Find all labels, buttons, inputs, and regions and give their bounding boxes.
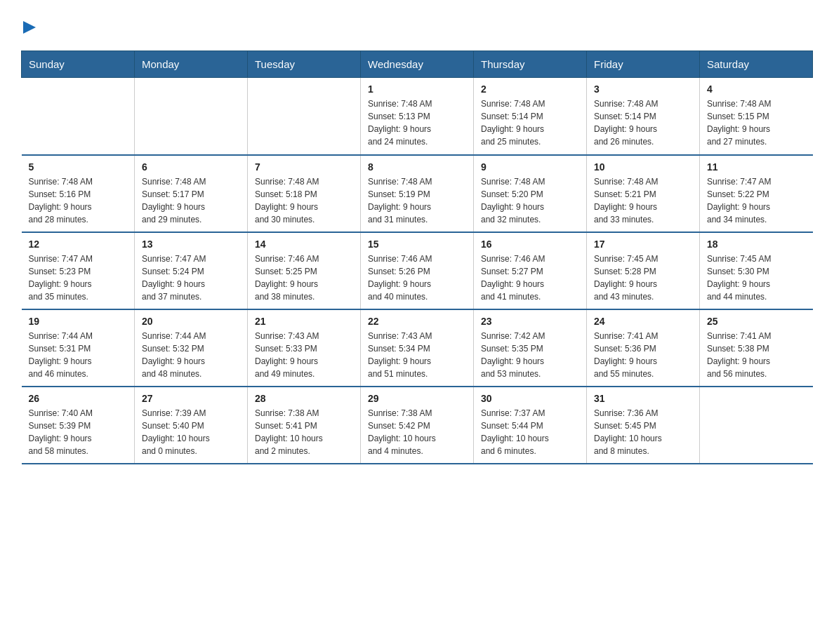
calendar-cell: 16Sunrise: 7:46 AM Sunset: 5:27 PM Dayli… bbox=[474, 232, 587, 309]
calendar-cell: 10Sunrise: 7:48 AM Sunset: 5:21 PM Dayli… bbox=[587, 155, 700, 232]
day-number: 6 bbox=[142, 161, 240, 173]
day-number: 28 bbox=[255, 393, 353, 404]
calendar-cell: 1Sunrise: 7:48 AM Sunset: 5:13 PM Daylig… bbox=[361, 78, 474, 155]
header-cell-sunday: Sunday bbox=[22, 51, 135, 78]
day-number: 8 bbox=[368, 161, 466, 173]
calendar-cell: 3Sunrise: 7:48 AM Sunset: 5:14 PM Daylig… bbox=[587, 78, 700, 155]
day-info: Sunrise: 7:48 AM Sunset: 5:14 PM Dayligh… bbox=[594, 98, 692, 148]
day-number: 26 bbox=[29, 393, 128, 404]
day-info: Sunrise: 7:41 AM Sunset: 5:36 PM Dayligh… bbox=[594, 330, 692, 380]
header-cell-friday: Friday bbox=[587, 51, 700, 78]
day-number: 1 bbox=[368, 83, 466, 95]
logo-arrow-icon bbox=[23, 21, 36, 34]
day-info: Sunrise: 7:47 AM Sunset: 5:24 PM Dayligh… bbox=[142, 253, 240, 303]
day-number: 25 bbox=[707, 316, 806, 327]
calendar-cell: 19Sunrise: 7:44 AM Sunset: 5:31 PM Dayli… bbox=[22, 309, 135, 387]
calendar-cell: 17Sunrise: 7:45 AM Sunset: 5:28 PM Dayli… bbox=[587, 232, 700, 309]
day-info: Sunrise: 7:45 AM Sunset: 5:30 PM Dayligh… bbox=[707, 253, 806, 303]
day-number: 17 bbox=[594, 239, 692, 250]
calendar-cell bbox=[248, 78, 361, 155]
calendar-cell: 24Sunrise: 7:41 AM Sunset: 5:36 PM Dayli… bbox=[587, 309, 700, 387]
day-number: 14 bbox=[255, 239, 353, 250]
calendar-cell: 9Sunrise: 7:48 AM Sunset: 5:20 PM Daylig… bbox=[474, 155, 587, 232]
day-info: Sunrise: 7:43 AM Sunset: 5:33 PM Dayligh… bbox=[255, 330, 353, 380]
day-number: 5 bbox=[29, 161, 128, 173]
calendar-cell: 15Sunrise: 7:46 AM Sunset: 5:26 PM Dayli… bbox=[361, 232, 474, 309]
day-number: 2 bbox=[481, 83, 579, 95]
calendar-cell: 6Sunrise: 7:48 AM Sunset: 5:17 PM Daylig… bbox=[135, 155, 248, 232]
calendar-table: SundayMondayTuesdayWednesdayThursdayFrid… bbox=[21, 51, 813, 464]
calendar-cell: 5Sunrise: 7:48 AM Sunset: 5:16 PM Daylig… bbox=[22, 155, 135, 232]
day-info: Sunrise: 7:48 AM Sunset: 5:16 PM Dayligh… bbox=[29, 175, 128, 226]
day-number: 16 bbox=[481, 239, 579, 250]
day-info: Sunrise: 7:44 AM Sunset: 5:32 PM Dayligh… bbox=[142, 330, 240, 380]
day-number: 15 bbox=[368, 239, 466, 250]
day-info: Sunrise: 7:48 AM Sunset: 5:20 PM Dayligh… bbox=[481, 175, 579, 226]
calendar-cell: 8Sunrise: 7:48 AM Sunset: 5:19 PM Daylig… bbox=[361, 155, 474, 232]
day-info: Sunrise: 7:46 AM Sunset: 5:25 PM Dayligh… bbox=[255, 253, 353, 303]
calendar-cell: 11Sunrise: 7:47 AM Sunset: 5:22 PM Dayli… bbox=[700, 155, 813, 232]
day-info: Sunrise: 7:44 AM Sunset: 5:31 PM Dayligh… bbox=[29, 330, 128, 380]
day-info: Sunrise: 7:46 AM Sunset: 5:27 PM Dayligh… bbox=[481, 253, 579, 303]
calendar-week-row: 5Sunrise: 7:48 AM Sunset: 5:16 PM Daylig… bbox=[22, 155, 813, 232]
calendar-cell: 18Sunrise: 7:45 AM Sunset: 5:30 PM Dayli… bbox=[700, 232, 813, 309]
header-cell-thursday: Thursday bbox=[474, 51, 587, 78]
day-info: Sunrise: 7:47 AM Sunset: 5:23 PM Dayligh… bbox=[29, 253, 128, 303]
page-header bbox=[21, 14, 813, 36]
day-number: 20 bbox=[142, 316, 240, 327]
day-info: Sunrise: 7:48 AM Sunset: 5:21 PM Dayligh… bbox=[594, 175, 692, 226]
day-number: 27 bbox=[142, 393, 240, 404]
calendar-cell: 22Sunrise: 7:43 AM Sunset: 5:34 PM Dayli… bbox=[361, 309, 474, 387]
day-number: 3 bbox=[594, 83, 692, 95]
calendar-cell: 25Sunrise: 7:41 AM Sunset: 5:38 PM Dayli… bbox=[700, 309, 813, 387]
day-number: 23 bbox=[481, 316, 579, 327]
calendar-week-row: 19Sunrise: 7:44 AM Sunset: 5:31 PM Dayli… bbox=[22, 309, 813, 387]
calendar-cell: 29Sunrise: 7:38 AM Sunset: 5:42 PM Dayli… bbox=[361, 387, 474, 464]
day-number: 11 bbox=[707, 161, 806, 173]
day-number: 22 bbox=[368, 316, 466, 327]
day-info: Sunrise: 7:48 AM Sunset: 5:18 PM Dayligh… bbox=[255, 175, 353, 226]
calendar-cell bbox=[135, 78, 248, 155]
day-info: Sunrise: 7:37 AM Sunset: 5:44 PM Dayligh… bbox=[481, 407, 579, 457]
calendar-week-row: 1Sunrise: 7:48 AM Sunset: 5:13 PM Daylig… bbox=[22, 78, 813, 155]
day-number: 10 bbox=[594, 161, 692, 173]
calendar-cell: 7Sunrise: 7:48 AM Sunset: 5:18 PM Daylig… bbox=[248, 155, 361, 232]
day-number: 18 bbox=[707, 239, 806, 250]
day-info: Sunrise: 7:43 AM Sunset: 5:34 PM Dayligh… bbox=[368, 330, 466, 380]
day-number: 9 bbox=[481, 161, 579, 173]
day-info: Sunrise: 7:45 AM Sunset: 5:28 PM Dayligh… bbox=[594, 253, 692, 303]
day-number: 19 bbox=[29, 316, 128, 327]
day-info: Sunrise: 7:40 AM Sunset: 5:39 PM Dayligh… bbox=[29, 407, 128, 457]
header-cell-wednesday: Wednesday bbox=[361, 51, 474, 78]
day-number: 30 bbox=[481, 393, 579, 404]
calendar-cell: 12Sunrise: 7:47 AM Sunset: 5:23 PM Dayli… bbox=[22, 232, 135, 309]
day-info: Sunrise: 7:48 AM Sunset: 5:13 PM Dayligh… bbox=[368, 98, 466, 148]
calendar-cell: 30Sunrise: 7:37 AM Sunset: 5:44 PM Dayli… bbox=[474, 387, 587, 464]
day-info: Sunrise: 7:48 AM Sunset: 5:19 PM Dayligh… bbox=[368, 175, 466, 226]
calendar-cell: 2Sunrise: 7:48 AM Sunset: 5:14 PM Daylig… bbox=[474, 78, 587, 155]
calendar-cell: 21Sunrise: 7:43 AM Sunset: 5:33 PM Dayli… bbox=[248, 309, 361, 387]
day-number: 21 bbox=[255, 316, 353, 327]
day-info: Sunrise: 7:48 AM Sunset: 5:15 PM Dayligh… bbox=[707, 98, 806, 148]
day-info: Sunrise: 7:38 AM Sunset: 5:41 PM Dayligh… bbox=[255, 407, 353, 457]
header-cell-monday: Monday bbox=[135, 51, 248, 78]
day-number: 31 bbox=[594, 393, 692, 404]
calendar-cell: 31Sunrise: 7:36 AM Sunset: 5:45 PM Dayli… bbox=[587, 387, 700, 464]
day-number: 24 bbox=[594, 316, 692, 327]
calendar-cell bbox=[700, 387, 813, 464]
calendar-cell: 26Sunrise: 7:40 AM Sunset: 5:39 PM Dayli… bbox=[22, 387, 135, 464]
header-cell-saturday: Saturday bbox=[700, 51, 813, 78]
day-number: 12 bbox=[29, 239, 128, 250]
header-cell-tuesday: Tuesday bbox=[248, 51, 361, 78]
calendar-cell: 14Sunrise: 7:46 AM Sunset: 5:25 PM Dayli… bbox=[248, 232, 361, 309]
day-info: Sunrise: 7:38 AM Sunset: 5:42 PM Dayligh… bbox=[368, 407, 466, 457]
calendar-cell: 4Sunrise: 7:48 AM Sunset: 5:15 PM Daylig… bbox=[700, 78, 813, 155]
day-info: Sunrise: 7:46 AM Sunset: 5:26 PM Dayligh… bbox=[368, 253, 466, 303]
calendar-cell: 28Sunrise: 7:38 AM Sunset: 5:41 PM Dayli… bbox=[248, 387, 361, 464]
svg-marker-0 bbox=[23, 21, 36, 34]
day-info: Sunrise: 7:41 AM Sunset: 5:38 PM Dayligh… bbox=[707, 330, 806, 380]
calendar-week-row: 26Sunrise: 7:40 AM Sunset: 5:39 PM Dayli… bbox=[22, 387, 813, 464]
calendar-cell: 23Sunrise: 7:42 AM Sunset: 5:35 PM Dayli… bbox=[474, 309, 587, 387]
calendar-header-row: SundayMondayTuesdayWednesdayThursdayFrid… bbox=[22, 51, 813, 78]
day-number: 4 bbox=[707, 83, 806, 95]
